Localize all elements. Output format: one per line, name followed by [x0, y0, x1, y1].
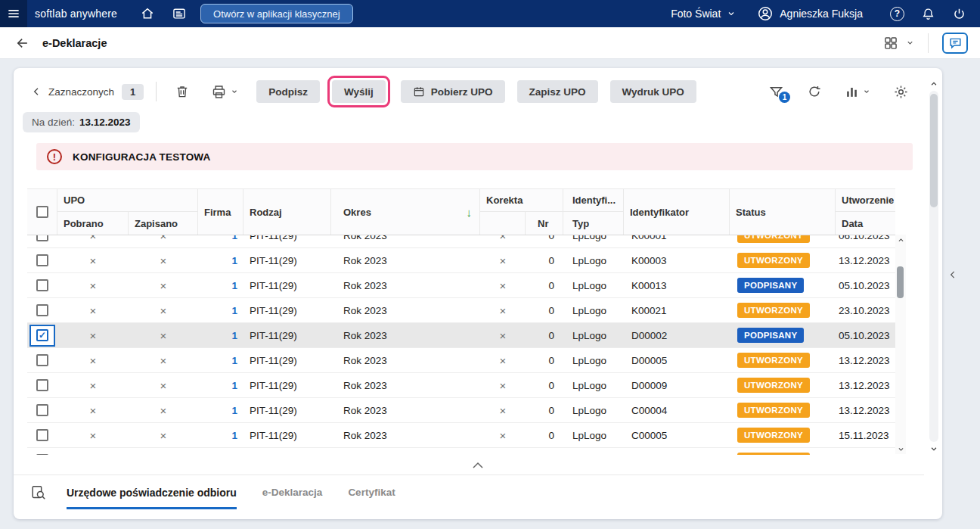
- table-row[interactable]: ××1PIT-11(29)Rok 2023×0LpLogoD00009UTWOR…: [27, 373, 895, 398]
- row-checkbox-cell[interactable]: [27, 373, 57, 397]
- home-icon[interactable]: [140, 6, 155, 21]
- table-row[interactable]: ××1PIT-11(29)Rok 2023×0LpLogoK00003UTWOR…: [27, 248, 895, 273]
- scroll-up-icon[interactable]: [898, 235, 904, 245]
- row-checkbox-cell[interactable]: ✓: [27, 323, 57, 347]
- select-all-checkbox[interactable]: [36, 206, 48, 218]
- hamburger-menu-button[interactable]: [0, 0, 27, 27]
- row-checkbox[interactable]: ✓: [36, 329, 48, 341]
- col-identyfikator[interactable]: Identyfikator: [624, 189, 730, 235]
- row-checkbox[interactable]: [36, 304, 48, 316]
- expand-side-panel-icon[interactable]: [947, 268, 958, 285]
- row-checkbox-cell[interactable]: [27, 298, 57, 322]
- row-checkbox[interactable]: [36, 404, 48, 416]
- footer-tab[interactable]: e-Deklaracja: [262, 475, 323, 509]
- cell-firma[interactable]: 1: [198, 298, 243, 322]
- settings-gear-icon[interactable]: [893, 84, 909, 100]
- col-firma[interactable]: Firma: [198, 189, 243, 235]
- row-checkbox-cell[interactable]: [27, 448, 57, 455]
- table-row[interactable]: ××1PIT-11(29)Rok 2023×0LpLogoD00005UTWOR…: [27, 348, 895, 373]
- notifications-icon[interactable]: [921, 7, 935, 21]
- cell-firma[interactable]: 1: [198, 373, 243, 397]
- row-checkbox-cell[interactable]: [27, 235, 57, 247]
- delete-icon[interactable]: [175, 84, 190, 99]
- col-rodzaj[interactable]: Rodzaj: [243, 189, 331, 235]
- col-typ[interactable]: Typ: [563, 212, 624, 235]
- scroll-down-icon[interactable]: [930, 443, 938, 454]
- row-checkbox-cell[interactable]: [27, 398, 57, 422]
- scroll-up-icon[interactable]: [930, 79, 938, 89]
- cell-firma[interactable]: 1: [198, 273, 243, 297]
- cell-firma[interactable]: 1: [198, 448, 243, 455]
- row-checkbox[interactable]: [36, 235, 48, 241]
- scrollbar-track[interactable]: [929, 91, 938, 442]
- table-row[interactable]: ××1PIT-11(29)Rok 2023×0LpLogoC00005UTWOR…: [27, 423, 895, 448]
- col-data[interactable]: Data: [836, 212, 895, 235]
- cell-firma[interactable]: 1: [198, 235, 243, 247]
- podpisz-button[interactable]: Podpisz: [256, 80, 320, 103]
- col-status[interactable]: Status: [730, 189, 836, 235]
- table-row[interactable]: ××1PIT-11(29)Rok 2023×0LpLogoK00021UTWOR…: [27, 298, 895, 323]
- collapse-left-icon[interactable]: [30, 86, 42, 98]
- wydruk-upo-button[interactable]: Wydruk UPO: [610, 80, 696, 103]
- row-checkbox-cell[interactable]: [27, 348, 57, 372]
- row-checkbox[interactable]: [36, 429, 48, 441]
- sort-desc-icon[interactable]: ↓: [467, 206, 473, 219]
- panel-scrollbar[interactable]: [929, 79, 939, 454]
- news-icon[interactable]: [172, 6, 187, 21]
- refresh-icon[interactable]: [807, 84, 822, 99]
- row-checkbox[interactable]: [36, 379, 48, 391]
- col-zapisano[interactable]: Zapisano: [129, 212, 198, 235]
- search-document-icon[interactable]: [30, 484, 47, 501]
- scrollbar-track[interactable]: [895, 245, 906, 443]
- date-filter[interactable]: Na dzień: 13.12.2023: [23, 112, 140, 132]
- table-row[interactable]: ××1PIT-11(29)Rok 2023×0LpLogoC00004UTWOR…: [27, 398, 895, 423]
- cell-firma[interactable]: 1: [198, 248, 243, 272]
- col-utworzenie[interactable]: Utworzenie: [836, 189, 895, 212]
- row-checkbox-cell[interactable]: [27, 423, 57, 447]
- col-nr[interactable]: Nr: [526, 212, 563, 235]
- back-button[interactable]: [15, 36, 30, 51]
- col-pobrano[interactable]: Pobrano: [57, 212, 129, 235]
- chevron-down-icon[interactable]: [906, 39, 914, 47]
- table-row[interactable]: ××1PIT-11(29)Rok 2023×0LpLogoUTWORZONY: [27, 448, 895, 455]
- cell-firma[interactable]: 1: [198, 348, 243, 372]
- table-scrollbar[interactable]: [895, 235, 906, 454]
- table-row[interactable]: ××1PIT-11(29)Rok 2023×0LpLogoK00001UTWOR…: [27, 235, 895, 248]
- toolbar: Zaznaczonych 1 Podpisz Wyślij Pobierz UP…: [30, 79, 909, 104]
- row-checkbox[interactable]: [36, 254, 48, 266]
- company-selector[interactable]: Foto Świat: [671, 8, 736, 20]
- col-identyfi[interactable]: Identyfi...: [563, 189, 624, 212]
- cell-firma[interactable]: 1: [198, 323, 243, 347]
- table-row[interactable]: ××1PIT-11(29)Rok 2023×0LpLogoK00013PODPI…: [27, 273, 895, 298]
- col-okres[interactable]: Okres ↓: [331, 189, 480, 235]
- col-korekta[interactable]: Korekta: [480, 189, 563, 212]
- print-button[interactable]: [211, 84, 238, 100]
- wyslij-button[interactable]: Wyślij: [332, 80, 386, 103]
- open-classic-app-button[interactable]: Otwórz w aplikacji klasycznej: [200, 4, 353, 23]
- cell-firma[interactable]: 1: [198, 423, 243, 447]
- footer-tab[interactable]: Urzędowe poświadczenie odbioru: [67, 475, 237, 509]
- layout-grid-icon[interactable]: [883, 36, 898, 51]
- scrollbar-thumb[interactable]: [930, 94, 938, 207]
- help-icon[interactable]: ?: [890, 7, 904, 21]
- scrollbar-thumb[interactable]: [897, 266, 904, 298]
- row-checkbox[interactable]: [36, 279, 48, 291]
- user-menu[interactable]: Agnieszka Fuksja: [757, 5, 863, 22]
- row-checkbox[interactable]: [36, 454, 48, 455]
- zapisz-upo-button[interactable]: Zapisz UPO: [517, 80, 598, 103]
- row-checkbox-cell[interactable]: [27, 273, 57, 297]
- pobierz-upo-button[interactable]: Pobierz UPO: [401, 80, 505, 103]
- collapse-panel-button[interactable]: [14, 459, 942, 473]
- power-icon[interactable]: [952, 7, 966, 21]
- filter-icon[interactable]: 1: [768, 84, 784, 100]
- col-upo[interactable]: UPO: [57, 189, 198, 212]
- cell-okres: Rok 2023: [331, 248, 480, 272]
- row-checkbox[interactable]: [36, 354, 48, 366]
- scroll-down-icon[interactable]: [898, 443, 904, 454]
- feedback-button[interactable]: [942, 33, 968, 54]
- table-row[interactable]: ✓××1PIT-11(29)Rok 2023×0LpLogoD00002PODP…: [27, 323, 895, 348]
- cell-firma[interactable]: 1: [198, 398, 243, 422]
- chart-view-button[interactable]: [845, 85, 870, 99]
- footer-tab[interactable]: Certyfikat: [348, 475, 395, 509]
- row-checkbox-cell[interactable]: [27, 248, 57, 272]
